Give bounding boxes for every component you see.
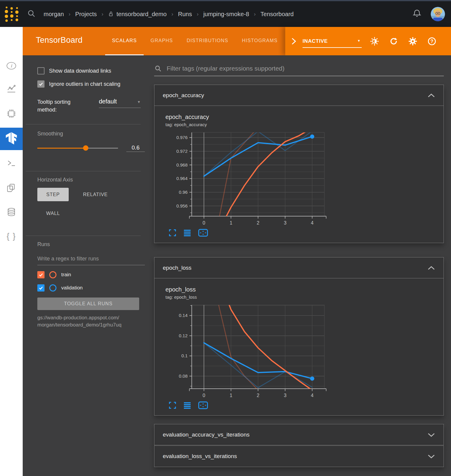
section-title: evaluation_loss_vs_iterations <box>163 453 237 460</box>
smoothing-control <box>37 144 145 152</box>
fit-domain-icon[interactable] <box>198 229 208 237</box>
show-download-links-row: Show data download links <box>37 67 145 74</box>
tensorboard-tabs: SCALARS GRAPHS DISTRIBUTIONS HISTOGRAMS <box>105 27 284 55</box>
filter-tags-input[interactable] <box>166 65 444 72</box>
bucket-path-line2: morgan/tensorboard_demo/1grhu7uq <box>37 321 145 329</box>
tensorboard-header-controls: INACTIVE ▼ <box>285 27 451 55</box>
runs-label: Runs <box>37 241 145 248</box>
axis-option-step[interactable]: STEP <box>37 188 69 201</box>
tab-histograms[interactable]: HISTOGRAMS <box>235 27 284 55</box>
svg-text:1: 1 <box>230 220 232 225</box>
svg-text:i: i <box>11 63 13 68</box>
section-epoch-loss: epoch_loss epoch_loss tag: epoch_loss 0.… <box>154 257 444 416</box>
epoch-loss-card: epoch_loss tag: epoch_loss 0.080.10.120.… <box>154 278 444 409</box>
smoothing-slider-thumb[interactable] <box>83 145 88 151</box>
svg-text:3: 3 <box>284 393 286 398</box>
breadcrumb-separator: › <box>69 11 70 17</box>
tab-distributions[interactable]: DISTRIBUTIONS <box>180 27 235 55</box>
breadcrumb-project[interactable]: tensorboard_demo <box>116 11 167 18</box>
svg-text:0: 0 <box>203 393 205 398</box>
chart-actions <box>168 401 444 409</box>
chart-tag: tag: epoch_loss <box>165 295 444 300</box>
tabs-scroll-right-icon[interactable] <box>291 37 297 45</box>
tooltip-sorting-value: default <box>99 98 117 105</box>
collapse-chevron-up-icon[interactable] <box>427 266 435 270</box>
run-validation-color-swatch <box>49 284 56 292</box>
run-validation-label: validation <box>61 285 83 291</box>
epoch-loss-chart[interactable]: 0.080.10.120.1401234 <box>165 301 327 400</box>
svg-text:0.976: 0.976 <box>176 135 188 140</box>
collapse-chevron-up-icon[interactable] <box>427 93 435 98</box>
scalars-main-area: epoch_accuracy epoch_accuracy tag: epoch… <box>154 55 444 476</box>
epoch-accuracy-chart[interactable]: 0.9560.960.9640.9680.9720.97601234 <box>165 129 327 228</box>
data-table-icon[interactable] <box>183 401 191 409</box>
user-avatar[interactable] <box>431 7 445 21</box>
smoothing-value-input[interactable] <box>126 144 145 152</box>
chart-actions <box>168 229 444 237</box>
dropdown-caret-icon: ▼ <box>137 100 141 104</box>
search-icon[interactable] <box>27 9 36 19</box>
help-icon[interactable]: ? <box>427 37 436 46</box>
rail-line-chart-icon[interactable] <box>0 84 23 94</box>
expand-chevron-down-icon[interactable] <box>427 454 435 459</box>
breadcrumb: morgan › Projects › tensorboard_demo › R… <box>44 10 294 18</box>
section-evaluation-accuracy-header[interactable]: evaluation_accuracy_vs_iterations <box>154 424 444 445</box>
breadcrumb-projects[interactable]: Projects <box>75 11 97 18</box>
rail-braces-icon[interactable]: { } <box>0 231 23 241</box>
breadcrumb-user[interactable]: morgan <box>44 11 64 18</box>
filter-tags-row <box>154 61 444 76</box>
run-train-checkbox[interactable] <box>37 271 45 278</box>
wandb-logo-dots <box>10 7 13 21</box>
notifications-bell-icon[interactable] <box>412 9 422 19</box>
fit-domain-icon[interactable] <box>198 401 208 409</box>
show-download-links-checkbox[interactable] <box>37 67 45 74</box>
tab-graphs[interactable]: GRAPHS <box>144 27 180 55</box>
breadcrumb-separator: › <box>102 11 103 17</box>
tooltip-sorting-dropdown[interactable]: default ▼ <box>99 98 141 105</box>
smoothing-slider[interactable] <box>37 144 118 152</box>
run-state-dropdown[interactable]: INACTIVE ▼ <box>303 38 362 44</box>
chart-tag: tag: epoch_accuracy <box>165 122 444 127</box>
section-evaluation-loss-header[interactable]: evaluation_loss_vs_iterations <box>154 446 444 466</box>
toggle-all-runs-button[interactable]: TOGGLE ALL RUNS <box>37 298 139 310</box>
axis-option-relative[interactable]: RELATIVE <box>83 192 108 197</box>
expand-chevron-down-icon[interactable] <box>427 432 435 437</box>
wandb-topnav: morgan › Projects › tensorboard_demo › R… <box>0 1 451 27</box>
runs-regex-input[interactable] <box>37 254 145 265</box>
panel-divider <box>26 171 141 171</box>
breadcrumb-tensorboard[interactable]: Tensorboard <box>260 11 294 18</box>
run-state-value: INACTIVE <box>303 38 328 44</box>
section-epoch-accuracy-header[interactable]: epoch_accuracy <box>154 85 444 106</box>
section-epoch-loss-header[interactable]: epoch_loss <box>154 257 444 278</box>
tab-scalars[interactable]: SCALARS <box>105 27 144 55</box>
breadcrumb-separator: › <box>197 11 199 17</box>
dropdown-caret-icon: ▼ <box>357 39 361 42</box>
ignore-outliers-label: Ignore outliers in chart scaling <box>49 81 120 87</box>
breadcrumb-runs[interactable]: Runs <box>178 11 192 18</box>
axis-option-wall[interactable]: WALL <box>46 211 60 216</box>
expand-card-icon[interactable] <box>168 229 177 237</box>
svg-text:?: ? <box>430 38 433 44</box>
data-table-icon[interactable] <box>183 229 191 237</box>
svg-text:0.956: 0.956 <box>176 203 188 208</box>
breadcrumb-run[interactable]: jumping-smoke-8 <box>203 11 249 18</box>
expand-card-icon[interactable] <box>168 401 177 409</box>
rail-terminal-icon[interactable] <box>0 158 23 168</box>
svg-text:2: 2 <box>257 393 260 398</box>
run-validation-checkbox[interactable] <box>37 284 45 292</box>
rail-copy-files-icon[interactable] <box>0 183 23 193</box>
tensorboard-header: TensorBoard SCALARS GRAPHS DISTRIBUTIONS… <box>23 27 451 55</box>
wandb-logo[interactable] <box>5 6 19 22</box>
dark-mode-toggle-icon[interactable] <box>370 37 379 46</box>
ignore-outliers-checkbox[interactable] <box>37 80 45 88</box>
rail-tensorboard-item-active[interactable] <box>0 128 23 150</box>
section-evaluation-loss: evaluation_loss_vs_iterations <box>154 446 444 467</box>
svg-text:0.968: 0.968 <box>176 162 188 167</box>
rail-database-icon[interactable] <box>0 207 23 217</box>
svg-text:0.96: 0.96 <box>179 190 188 195</box>
bucket-path-line1: gs://wandb-production.appspot.com/ <box>37 314 145 321</box>
reload-data-icon[interactable] <box>389 37 398 46</box>
rail-chip-icon[interactable] <box>0 109 23 119</box>
settings-gear-icon[interactable] <box>408 37 417 46</box>
rail-info-icon[interactable]: i <box>0 61 23 71</box>
